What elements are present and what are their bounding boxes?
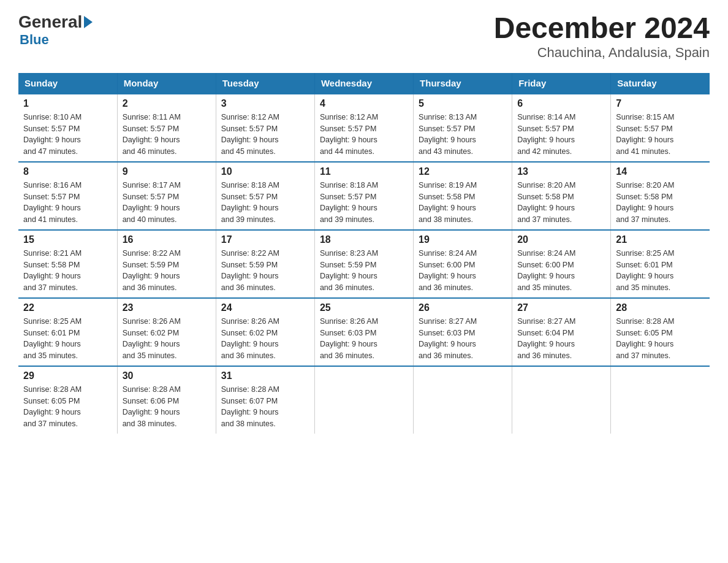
- day-info: Sunrise: 8:28 AM Sunset: 6:07 PM Dayligh…: [221, 385, 279, 428]
- calendar-cell: 23 Sunrise: 8:26 AM Sunset: 6:02 PM Dayl…: [117, 298, 216, 366]
- day-number: 7: [616, 98, 705, 109]
- title-block: December 2024 Chauchina, Andalusia, Spai…: [494, 12, 710, 61]
- day-info: Sunrise: 8:26 AM Sunset: 6:02 PM Dayligh…: [123, 317, 181, 360]
- week-row-2: 8 Sunrise: 8:16 AM Sunset: 5:57 PM Dayli…: [18, 162, 710, 230]
- day-number: 13: [517, 166, 605, 177]
- calendar-cell: 11 Sunrise: 8:18 AM Sunset: 5:57 PM Dayl…: [314, 162, 413, 230]
- calendar-cell: 20 Sunrise: 8:24 AM Sunset: 6:00 PM Dayl…: [512, 230, 611, 298]
- calendar-table: SundayMondayTuesdayWednesdayThursdayFrid…: [18, 73, 710, 434]
- day-info: Sunrise: 8:26 AM Sunset: 6:02 PM Dayligh…: [221, 317, 279, 360]
- day-number: 5: [419, 98, 507, 109]
- calendar-cell: 27 Sunrise: 8:27 AM Sunset: 6:04 PM Dayl…: [512, 298, 611, 366]
- day-number: 17: [221, 234, 309, 245]
- calendar-cell: 12 Sunrise: 8:19 AM Sunset: 5:58 PM Dayl…: [414, 162, 512, 230]
- day-number: 3: [221, 98, 309, 109]
- day-number: 14: [616, 166, 705, 177]
- day-info: Sunrise: 8:18 AM Sunset: 5:57 PM Dayligh…: [320, 181, 378, 224]
- calendar-cell: 28 Sunrise: 8:28 AM Sunset: 6:05 PM Dayl…: [611, 298, 710, 366]
- calendar-cell: 25 Sunrise: 8:26 AM Sunset: 6:03 PM Dayl…: [314, 298, 413, 366]
- day-number: 18: [320, 234, 408, 245]
- day-number: 31: [221, 370, 309, 381]
- calendar-cell: 14 Sunrise: 8:20 AM Sunset: 5:58 PM Dayl…: [611, 162, 710, 230]
- day-number: 30: [123, 370, 211, 381]
- week-row-5: 29 Sunrise: 8:28 AM Sunset: 6:05 PM Dayl…: [18, 366, 710, 434]
- day-info: Sunrise: 8:10 AM Sunset: 5:57 PM Dayligh…: [23, 113, 82, 156]
- day-number: 10: [221, 166, 309, 177]
- day-number: 16: [123, 234, 211, 245]
- calendar-cell: 10 Sunrise: 8:18 AM Sunset: 5:57 PM Dayl…: [216, 162, 314, 230]
- calendar-cell: 7 Sunrise: 8:15 AM Sunset: 5:57 PM Dayli…: [611, 94, 710, 162]
- day-number: 22: [23, 302, 112, 313]
- week-row-3: 15 Sunrise: 8:21 AM Sunset: 5:58 PM Dayl…: [18, 230, 710, 298]
- day-info: Sunrise: 8:16 AM Sunset: 5:57 PM Dayligh…: [23, 181, 82, 224]
- day-info: Sunrise: 8:27 AM Sunset: 6:03 PM Dayligh…: [419, 317, 477, 360]
- calendar-cell: 13 Sunrise: 8:20 AM Sunset: 5:58 PM Dayl…: [512, 162, 611, 230]
- day-info: Sunrise: 8:27 AM Sunset: 6:04 PM Dayligh…: [517, 317, 575, 360]
- calendar-cell: 29 Sunrise: 8:28 AM Sunset: 6:05 PM Dayl…: [18, 366, 117, 434]
- day-info: Sunrise: 8:18 AM Sunset: 5:57 PM Dayligh…: [221, 181, 279, 224]
- calendar-cell: 24 Sunrise: 8:26 AM Sunset: 6:02 PM Dayl…: [216, 298, 314, 366]
- col-header-saturday: Saturday: [611, 73, 710, 94]
- day-number: 19: [419, 234, 507, 245]
- calendar-cell: 22 Sunrise: 8:25 AM Sunset: 6:01 PM Dayl…: [18, 298, 117, 366]
- day-number: 11: [320, 166, 408, 177]
- calendar-cell: 16 Sunrise: 8:22 AM Sunset: 5:59 PM Dayl…: [117, 230, 216, 298]
- col-header-friday: Friday: [512, 73, 611, 94]
- day-info: Sunrise: 8:11 AM Sunset: 5:57 PM Dayligh…: [123, 113, 181, 156]
- calendar-cell: [314, 366, 413, 434]
- day-number: 1: [23, 98, 112, 109]
- day-info: Sunrise: 8:12 AM Sunset: 5:57 PM Dayligh…: [221, 113, 279, 156]
- day-number: 24: [221, 302, 309, 313]
- calendar-cell: 5 Sunrise: 8:13 AM Sunset: 5:57 PM Dayli…: [414, 94, 512, 162]
- calendar-cell: 26 Sunrise: 8:27 AM Sunset: 6:03 PM Dayl…: [414, 298, 512, 366]
- calendar-cell: 31 Sunrise: 8:28 AM Sunset: 6:07 PM Dayl…: [216, 366, 314, 434]
- day-info: Sunrise: 8:25 AM Sunset: 6:01 PM Dayligh…: [23, 317, 82, 360]
- day-number: 12: [419, 166, 507, 177]
- day-info: Sunrise: 8:19 AM Sunset: 5:58 PM Dayligh…: [419, 181, 477, 224]
- day-info: Sunrise: 8:17 AM Sunset: 5:57 PM Dayligh…: [123, 181, 181, 224]
- calendar-cell: 19 Sunrise: 8:24 AM Sunset: 6:00 PM Dayl…: [414, 230, 512, 298]
- calendar-cell: 18 Sunrise: 8:23 AM Sunset: 5:59 PM Dayl…: [314, 230, 413, 298]
- calendar-cell: 21 Sunrise: 8:25 AM Sunset: 6:01 PM Dayl…: [611, 230, 710, 298]
- day-number: 8: [23, 166, 112, 177]
- day-number: 6: [517, 98, 605, 109]
- calendar-cell: 8 Sunrise: 8:16 AM Sunset: 5:57 PM Dayli…: [18, 162, 117, 230]
- logo-arrow-icon: [84, 16, 93, 28]
- col-header-tuesday: Tuesday: [216, 73, 314, 94]
- day-number: 29: [23, 370, 112, 381]
- logo-general-text: General: [18, 12, 82, 32]
- day-info: Sunrise: 8:13 AM Sunset: 5:57 PM Dayligh…: [419, 113, 477, 156]
- col-header-wednesday: Wednesday: [314, 73, 413, 94]
- day-number: 4: [320, 98, 408, 109]
- day-number: 15: [23, 234, 112, 245]
- day-number: 2: [123, 98, 211, 109]
- day-info: Sunrise: 8:24 AM Sunset: 6:00 PM Dayligh…: [419, 249, 477, 292]
- calendar-cell: 17 Sunrise: 8:22 AM Sunset: 5:59 PM Dayl…: [216, 230, 314, 298]
- day-info: Sunrise: 8:25 AM Sunset: 6:01 PM Dayligh…: [616, 249, 674, 292]
- calendar-cell: 3 Sunrise: 8:12 AM Sunset: 5:57 PM Dayli…: [216, 94, 314, 162]
- logo-blue-text: Blue: [20, 32, 49, 48]
- week-row-4: 22 Sunrise: 8:25 AM Sunset: 6:01 PM Dayl…: [18, 298, 710, 366]
- day-number: 9: [123, 166, 211, 177]
- calendar-title: December 2024: [494, 12, 710, 45]
- calendar-cell: 2 Sunrise: 8:11 AM Sunset: 5:57 PM Dayli…: [117, 94, 216, 162]
- week-row-1: 1 Sunrise: 8:10 AM Sunset: 5:57 PM Dayli…: [18, 94, 710, 162]
- day-info: Sunrise: 8:28 AM Sunset: 6:05 PM Dayligh…: [23, 385, 82, 428]
- logo: General Blue: [18, 12, 93, 48]
- calendar-cell: [611, 366, 710, 434]
- day-info: Sunrise: 8:22 AM Sunset: 5:59 PM Dayligh…: [221, 249, 279, 292]
- day-number: 27: [517, 302, 605, 313]
- day-number: 26: [419, 302, 507, 313]
- day-info: Sunrise: 8:28 AM Sunset: 6:05 PM Dayligh…: [616, 317, 674, 360]
- calendar-subtitle: Chauchina, Andalusia, Spain: [494, 45, 710, 61]
- calendar-cell: 4 Sunrise: 8:12 AM Sunset: 5:57 PM Dayli…: [314, 94, 413, 162]
- day-number: 28: [616, 302, 705, 313]
- day-info: Sunrise: 8:14 AM Sunset: 5:57 PM Dayligh…: [517, 113, 575, 156]
- calendar-cell: 15 Sunrise: 8:21 AM Sunset: 5:58 PM Dayl…: [18, 230, 117, 298]
- calendar-cell: 30 Sunrise: 8:28 AM Sunset: 6:06 PM Dayl…: [117, 366, 216, 434]
- day-number: 21: [616, 234, 705, 245]
- calendar-cell: [512, 366, 611, 434]
- logo-general: General: [18, 12, 93, 32]
- calendar-cell: [414, 366, 512, 434]
- col-header-thursday: Thursday: [414, 73, 512, 94]
